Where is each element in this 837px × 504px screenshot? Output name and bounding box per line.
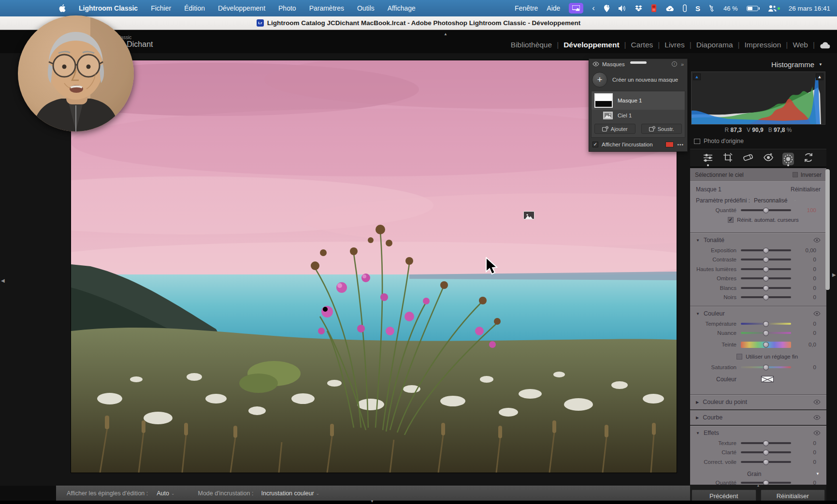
plus-icon[interactable]: +	[592, 72, 607, 87]
record-indicator-icon[interactable]	[651, 2, 657, 14]
contraste-slider[interactable]	[741, 259, 791, 260]
masking-icon[interactable]	[782, 153, 794, 165]
noirs-value[interactable]: 0	[791, 294, 816, 300]
effets-eye-icon[interactable]	[813, 431, 821, 435]
module-impression[interactable]: Impression	[745, 41, 781, 49]
point-title[interactable]: Couleur du point	[703, 399, 747, 405]
module-cartes[interactable]: Cartes	[631, 41, 653, 49]
menu-fichier[interactable]: Fichier	[151, 4, 171, 12]
filmstrip-reveal-arrow[interactable]: ▼	[370, 499, 374, 504]
original-photo-checkbox[interactable]	[694, 139, 700, 144]
grain-quantite-slider[interactable]	[741, 482, 791, 484]
overlay-options-menu[interactable]: •••	[677, 142, 684, 147]
courbe-disclosure-icon[interactable]: ▶	[696, 416, 699, 420]
cloud-sync-icon[interactable]	[665, 2, 674, 14]
couleur-du-point-section[interactable]: ▶ Couleur du point	[690, 395, 826, 410]
invert-checkbox[interactable]	[793, 172, 798, 177]
texture-value[interactable]: 0	[791, 440, 816, 446]
highlight-clipping-indicator[interactable]: ▲	[816, 73, 823, 80]
courbe-title[interactable]: Courbe	[703, 414, 722, 421]
show-overlay-checkbox[interactable]: ✓	[592, 142, 598, 147]
correct-voile-value[interactable]: 0	[791, 459, 816, 465]
amount-slider[interactable]	[741, 209, 791, 211]
module-bibliotheque[interactable]: Bibliothèque	[511, 41, 552, 49]
shadow-clipping-indicator[interactable]: ▲	[693, 73, 701, 80]
subtract-from-mask-button[interactable]: Soustr.	[641, 124, 682, 134]
hautes-lumieres-value[interactable]: 0	[791, 266, 816, 272]
user-switch-icon[interactable]	[768, 2, 780, 14]
effets-disclosure-icon[interactable]: ▼	[696, 431, 700, 435]
tonalite-disclosure-icon[interactable]: ▼	[696, 238, 700, 243]
courbe-eye-icon[interactable]	[813, 415, 821, 420]
histogram-header[interactable]: Histogramme▼	[771, 60, 823, 69]
edit-sliders-icon[interactable]	[702, 153, 714, 165]
texture-slider[interactable]	[741, 442, 791, 444]
menu-parametres[interactable]: Paramètres	[309, 4, 344, 12]
blancs-slider[interactable]	[741, 287, 791, 289]
menu-aide[interactable]: Aide	[547, 4, 560, 12]
menubar-clock[interactable]: 26 mars 16:41	[789, 5, 830, 12]
clarte-value[interactable]: 0	[791, 449, 816, 455]
module-diaporama[interactable]: Diaporama	[696, 41, 733, 49]
menu-developpement[interactable]: Développement	[218, 4, 265, 12]
color-swatch[interactable]	[761, 376, 774, 382]
masks-collapse-icon[interactable]: »	[681, 61, 684, 67]
temperature-slider[interactable]	[741, 323, 791, 325]
apple-logo-icon[interactable]	[59, 4, 66, 12]
crop-icon[interactable]	[722, 153, 734, 165]
healing-icon[interactable]	[742, 153, 754, 165]
menubar-collapse-chevron-icon[interactable]: ‹	[592, 2, 595, 14]
grain-disclosure-icon[interactable]: ▼	[816, 472, 820, 476]
grain-title[interactable]: Grain	[747, 471, 761, 477]
noirs-slider[interactable]	[741, 296, 791, 298]
couleur-title[interactable]: Couleur	[704, 310, 725, 317]
tonalite-eye-icon[interactable]	[813, 238, 821, 243]
add-to-mask-button[interactable]: Ajouter	[594, 124, 635, 134]
right-panel-reveal-arrow[interactable]: ▶	[832, 272, 836, 277]
pointer-app-icon[interactable]	[709, 2, 715, 14]
volume-icon[interactable]	[619, 2, 626, 14]
window-titlebar[interactable]: Lr Lightroom Catalog JCDichant MacBook.l…	[0, 16, 837, 30]
preset-value[interactable]: Personnalisé	[754, 197, 787, 204]
courbe-section[interactable]: ▶ Courbe	[690, 410, 826, 425]
ombres-slider[interactable]	[741, 277, 791, 279]
point-disclosure-icon[interactable]: ▶	[696, 400, 699, 404]
hautes-lumieres-slider[interactable]	[741, 268, 791, 270]
couleur-eye-icon[interactable]	[813, 311, 821, 316]
cloud-icon[interactable]	[820, 42, 830, 49]
menu-affichage[interactable]: Affichage	[388, 4, 416, 12]
original-photo-toggle[interactable]: Photo d'origine	[694, 138, 744, 144]
auto-reset-checkbox[interactable]: ✓	[728, 217, 734, 223]
s-app-icon[interactable]: S	[695, 2, 700, 14]
red-eye-icon[interactable]	[763, 153, 774, 165]
tonalite-title[interactable]: Tonalité	[704, 237, 724, 244]
presenter-app-icon[interactable]	[569, 3, 583, 14]
masks-eye-icon[interactable]	[592, 62, 599, 66]
masks-drag-handle[interactable]	[630, 61, 647, 64]
exposition-slider[interactable]	[741, 249, 791, 251]
effets-title[interactable]: Effets	[704, 430, 719, 436]
point-eye-icon[interactable]	[813, 400, 821, 404]
module-web[interactable]: Web	[793, 41, 808, 49]
left-panel-reveal-arrow[interactable]: ◀	[1, 278, 5, 283]
mask-component-ciel1[interactable]: Ciel 1	[592, 110, 685, 121]
ombres-value[interactable]: 0	[791, 275, 816, 281]
nuance-value[interactable]: 0	[791, 330, 816, 336]
contraste-value[interactable]: 0	[791, 257, 816, 262]
edit-pins-value[interactable]: Auto	[157, 490, 169, 497]
amount-value[interactable]: 100	[791, 207, 816, 213]
mask-item-masque1[interactable]: Masque 1	[592, 91, 685, 110]
masks-help-icon[interactable]: !	[672, 61, 677, 67]
exposition-value[interactable]: 0,00	[791, 247, 816, 253]
module-livres[interactable]: Livres	[664, 41, 684, 49]
temperature-value[interactable]: 0	[791, 321, 816, 327]
mask-reset-button[interactable]: Réinitialiser	[791, 186, 821, 193]
clarte-slider[interactable]	[741, 451, 791, 453]
dropbox-icon[interactable]	[635, 2, 642, 14]
saturation-value[interactable]: 0	[791, 364, 816, 370]
couleur-disclosure-icon[interactable]: ▼	[696, 312, 700, 316]
overlay-color-swatch[interactable]	[665, 142, 674, 147]
menu-outils[interactable]: Outils	[357, 4, 375, 12]
airpods-case-icon[interactable]	[683, 2, 687, 14]
histogram-collapse-icon[interactable]: ▼	[819, 62, 823, 67]
